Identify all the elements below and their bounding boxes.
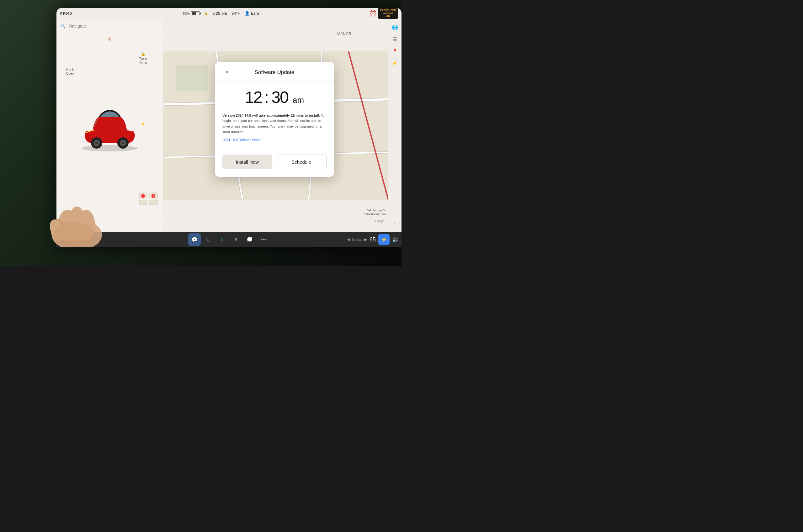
google-label: Google bbox=[375, 220, 384, 223]
volume-icon: 🔊 bbox=[392, 237, 398, 243]
modal-header: × Software Update bbox=[222, 69, 326, 76]
svg-rect-12 bbox=[150, 200, 157, 205]
svg-point-6 bbox=[122, 142, 124, 144]
charge-icon: ⚡ bbox=[141, 122, 146, 127]
battery-pct: 53% bbox=[183, 12, 190, 15]
music-button[interactable]: ♪ bbox=[60, 233, 72, 246]
schedule-minutes[interactable]: 30 bbox=[271, 88, 288, 107]
nav-bar: 🔍 Navigate bbox=[56, 19, 163, 33]
modal-description-bold: Version 2024.14.8 will take approximatel… bbox=[222, 113, 320, 117]
modal-divider-bottom bbox=[215, 148, 334, 148]
schedule-hours[interactable]: 12 bbox=[245, 88, 262, 107]
clock-icon: ⏰ bbox=[370, 10, 376, 17]
airbag-line2: AIRBAG bbox=[380, 12, 396, 15]
modal-title: Software Update bbox=[255, 69, 295, 76]
status-left: PRND bbox=[60, 12, 72, 15]
battery-indicator: 53% bbox=[183, 11, 200, 15]
phone-button[interactable]: 📞 bbox=[202, 233, 214, 246]
speech-button[interactable]: 💭 bbox=[243, 233, 256, 246]
user-name: Ezra bbox=[251, 11, 259, 16]
battery-fill bbox=[192, 12, 196, 15]
schedule-ampm[interactable]: am bbox=[293, 95, 304, 105]
compass-button[interactable]: ↑ bbox=[389, 218, 400, 229]
seat-diagram: ! ! bbox=[138, 191, 160, 210]
map-location-label: Oak Springs Dr San Anselmo, CA bbox=[363, 208, 386, 216]
user-display: 👤 Ezra bbox=[245, 11, 259, 16]
trunk-label-right: 🔓 TrunkOpen bbox=[139, 52, 147, 65]
search-icon: 🔍 bbox=[60, 23, 66, 28]
fan-left-button[interactable]: ◀ bbox=[347, 237, 350, 242]
svg-text:!: ! bbox=[153, 195, 154, 197]
svg-text:!: ! bbox=[143, 195, 143, 197]
tesla-screen: PRND 53% 🔒 3:29 pm 94°F 👤 Ezra ⏰ PASSENG… bbox=[56, 8, 401, 247]
schedule-time: 12 : 30 am bbox=[222, 88, 326, 107]
list-button[interactable]: ☰ bbox=[389, 34, 400, 45]
user-icon: 👤 bbox=[245, 11, 250, 16]
seat-svg: ! ! bbox=[138, 191, 160, 210]
fan-right-button[interactable]: ▶ bbox=[364, 237, 367, 242]
schedule-colon: : bbox=[264, 88, 269, 107]
temp-display: 94°F bbox=[231, 11, 240, 16]
globe-button[interactable]: 🌐 bbox=[389, 22, 400, 33]
location-line2: San Anselmo, CA bbox=[363, 212, 386, 216]
location-line1: Oak Springs Dr bbox=[363, 208, 386, 212]
messages-button[interactable]: 💬 bbox=[188, 233, 201, 246]
modal-description: Version 2024.14.8 will take approximatel… bbox=[222, 113, 326, 135]
manual-label: Manual bbox=[352, 238, 362, 241]
alert-icon: ⚠ bbox=[108, 36, 112, 41]
bluetooth-button[interactable]: ⚡ bbox=[378, 234, 390, 245]
pin-button[interactable]: 📍 bbox=[389, 45, 400, 57]
main-area: 🔍 Navigate ⚠ 🔓 TrunkOpen FrunkOpen bbox=[56, 19, 401, 232]
status-right: ⏰ PASSENGER AIRBAG ON bbox=[370, 8, 398, 19]
manor-label: MANOR bbox=[337, 32, 351, 36]
left-panel: 🔍 Navigate ⚠ 🔓 TrunkOpen FrunkOpen bbox=[56, 19, 163, 232]
status-bar: PRND 53% 🔒 3:29 pm 94°F 👤 Ezra ⏰ PASSENG… bbox=[56, 8, 401, 19]
alert-indicator: ⚠ bbox=[108, 36, 112, 42]
svg-point-3 bbox=[95, 142, 98, 144]
gear-indicator: PRND bbox=[60, 12, 72, 15]
svg-rect-8 bbox=[139, 200, 147, 205]
airbag-line3: ON bbox=[380, 15, 396, 18]
taskbar: ♪ 💬 📞 ♫ ≡ 💭 ••• ◀ Manual ▶ 65 ⚡ 🔊 bbox=[56, 232, 401, 247]
spotify-button[interactable]: ♫ bbox=[216, 233, 228, 246]
more-button[interactable]: ••• bbox=[257, 233, 270, 246]
battery-tip bbox=[200, 13, 201, 15]
seatbelt-warning-icon: ⚠ bbox=[60, 225, 63, 229]
temp-value: 65 bbox=[370, 236, 376, 243]
schedule-button[interactable]: Schedule bbox=[276, 155, 326, 169]
seatbelt-warning-text: Fasten Seatbelt bbox=[65, 226, 89, 229]
bluetooth-icon: ⚡ bbox=[381, 237, 387, 243]
map-side-icons: 🌐 ☰ 📍 ⚡ ↑ bbox=[388, 19, 401, 232]
lock-icon: 🔒 bbox=[204, 12, 208, 15]
airbag-badge: PASSENGER AIRBAG ON bbox=[378, 8, 398, 19]
car-svg: ⚡ bbox=[75, 97, 144, 159]
car-display-area: ⚠ 🔓 TrunkOpen FrunkOpen bbox=[56, 33, 163, 223]
install-now-button[interactable]: Install Now bbox=[222, 155, 272, 169]
menu-button[interactable]: ≡ bbox=[230, 233, 242, 246]
frunk-label-left: FrunkOpen bbox=[66, 68, 74, 76]
navigate-input[interactable]: Navigate bbox=[69, 23, 159, 28]
time-display: 3:29 pm bbox=[212, 11, 227, 16]
software-update-modal: × Software Update 12 : 30 am Version 202… bbox=[215, 62, 334, 177]
fan-control: ◀ Manual ▶ bbox=[347, 237, 367, 242]
trunk-open-icon: 🔓 bbox=[139, 52, 147, 57]
airbag-line1: PASSENGER bbox=[380, 9, 396, 12]
bolt-button[interactable]: ⚡ bbox=[389, 57, 400, 69]
modal-buttons: Install Now Schedule bbox=[222, 155, 326, 169]
taskbar-right: ◀ Manual ▶ 65 ⚡ 🔊 bbox=[347, 234, 398, 245]
battery-bar bbox=[191, 11, 200, 15]
svg-point-0 bbox=[81, 145, 138, 151]
right-panel: MANOR Oak Springs Dr San Anselmo, CA Goo… bbox=[163, 19, 401, 232]
modal-divider-top bbox=[215, 81, 334, 81]
status-center: 53% 🔒 3:29 pm 94°F 👤 Ezra bbox=[183, 11, 259, 16]
modal-close-button[interactable]: × bbox=[222, 68, 231, 77]
release-notes-link[interactable]: 2024.14.8 Release Notes bbox=[222, 138, 326, 142]
car-illustration bbox=[75, 97, 144, 153]
svg-rect-25 bbox=[176, 64, 208, 91]
trunk-open-right-label: TrunkOpen bbox=[139, 57, 147, 65]
taskbar-left: ♪ bbox=[60, 233, 72, 246]
seatbelt-warning: ⚠ Fasten Seatbelt bbox=[56, 223, 163, 232]
